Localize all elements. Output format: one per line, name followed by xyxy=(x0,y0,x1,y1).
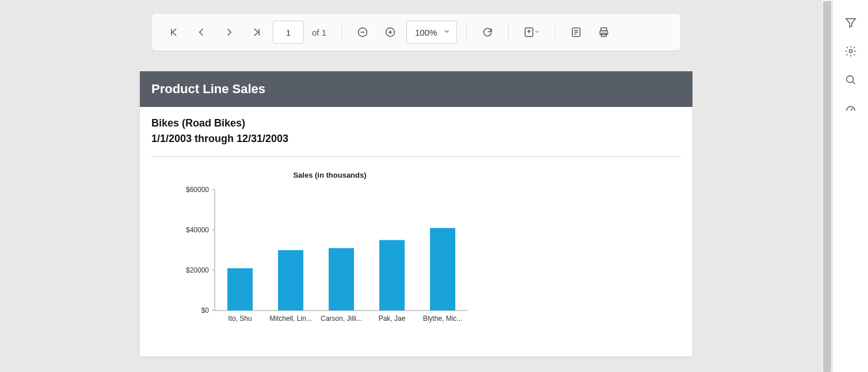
scroll-thumb[interactable] xyxy=(823,1,831,372)
svg-text:$40000: $40000 xyxy=(186,226,209,234)
chevron-down-icon xyxy=(534,28,540,37)
svg-text:Carson, Jilli...: Carson, Jilli... xyxy=(321,315,362,323)
zoom-value-label: 100% xyxy=(415,28,437,37)
right-rail xyxy=(832,0,868,372)
report-viewer-main: of 1 100% Product Line Sales xyxy=(0,0,832,372)
chevron-down-icon xyxy=(443,28,451,37)
gauge-icon[interactable] xyxy=(844,102,857,115)
refresh-button[interactable] xyxy=(476,21,499,44)
svg-text:Pak, Jae: Pak, Jae xyxy=(379,315,406,323)
svg-text:Blythe, Mic...: Blythe, Mic... xyxy=(423,315,463,323)
zoom-select[interactable]: 100% xyxy=(406,21,457,44)
last-page-button[interactable] xyxy=(245,21,268,44)
prev-page-button[interactable] xyxy=(190,21,213,44)
document-map-button[interactable] xyxy=(565,21,588,44)
bar-chart-svg: $0$20000$40000$60000Ito, ShuMitchell, Li… xyxy=(174,184,474,333)
divider xyxy=(151,156,681,157)
svg-text:$0: $0 xyxy=(201,306,210,315)
chart-title: Sales (in thousands) xyxy=(174,171,485,179)
svg-text:$60000: $60000 xyxy=(186,186,209,194)
report-title: Product Line Sales xyxy=(140,71,692,107)
gear-icon[interactable] xyxy=(844,45,857,57)
svg-text:$20000: $20000 xyxy=(186,266,209,274)
report-page: Product Line Sales Bikes (Road Bikes) 1/… xyxy=(140,71,692,356)
svg-rect-21 xyxy=(329,248,354,311)
page-count-label: of 1 xyxy=(309,28,332,37)
toolbar-separator xyxy=(341,24,342,41)
sales-chart: Sales (in thousands) $0$20000$40000$6000… xyxy=(174,171,485,333)
report-subtitle-category: Bikes (Road Bikes) xyxy=(151,117,681,129)
export-button[interactable] xyxy=(518,21,546,44)
vertical-scrollbar[interactable] xyxy=(822,0,832,372)
svg-rect-17 xyxy=(227,269,253,311)
toolbar-separator xyxy=(508,24,509,41)
report-body: Bikes (Road Bikes) 1/1/2003 through 12/3… xyxy=(140,107,692,356)
svg-point-27 xyxy=(849,49,852,53)
svg-rect-19 xyxy=(278,250,303,310)
svg-rect-25 xyxy=(430,228,455,311)
print-button[interactable] xyxy=(592,21,615,44)
report-subtitle-daterange: 1/1/2003 through 12/31/2003 xyxy=(151,133,681,145)
svg-text:Ito, Shu: Ito, Shu xyxy=(228,315,252,323)
zoom-in-button[interactable] xyxy=(379,21,402,44)
current-page-input[interactable] xyxy=(273,21,304,44)
viewer-toolbar: of 1 100% xyxy=(152,14,680,51)
svg-rect-23 xyxy=(379,240,405,311)
zoom-out-button[interactable] xyxy=(351,21,374,44)
svg-text:Mitchell, Lin...: Mitchell, Lin... xyxy=(269,315,311,323)
next-page-button[interactable] xyxy=(218,21,241,44)
svg-point-28 xyxy=(846,76,853,83)
toolbar-separator xyxy=(555,24,555,41)
toolbar-separator xyxy=(466,24,467,41)
search-icon[interactable] xyxy=(844,74,857,86)
filter-icon[interactable] xyxy=(844,16,857,29)
first-page-button[interactable] xyxy=(162,21,185,44)
